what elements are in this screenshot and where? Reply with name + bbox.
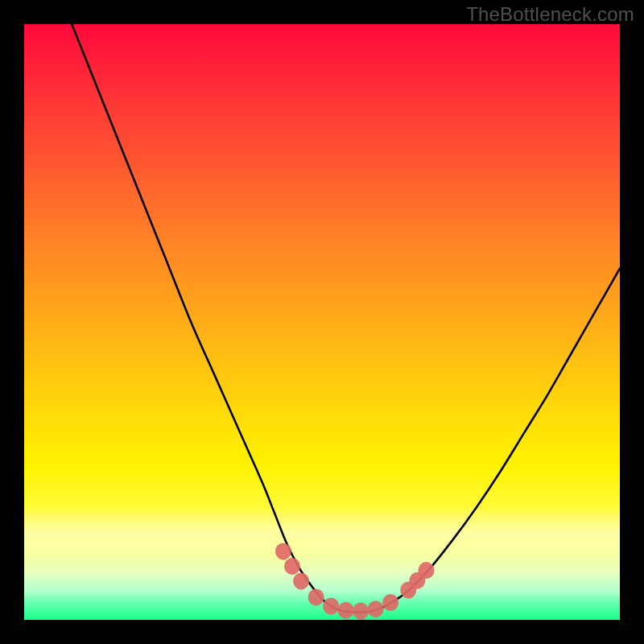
plot-area bbox=[24, 24, 620, 620]
curve-marker bbox=[338, 602, 354, 619]
watermark-text: TheBottleneck.com bbox=[466, 3, 634, 26]
curve-marker bbox=[368, 601, 384, 617]
curve-marker bbox=[353, 602, 369, 619]
curve-marker bbox=[293, 572, 309, 589]
curve-marker bbox=[308, 588, 324, 605]
outer-frame: TheBottleneck.com bbox=[0, 0, 644, 644]
curve-marker bbox=[382, 594, 398, 611]
curve-markers bbox=[275, 543, 435, 619]
curve-marker bbox=[419, 562, 435, 579]
curve-marker bbox=[284, 558, 300, 575]
bottleneck-curve bbox=[72, 24, 620, 612]
curve-marker bbox=[323, 597, 339, 614]
curve-marker bbox=[275, 543, 291, 559]
curve-layer bbox=[24, 24, 620, 620]
